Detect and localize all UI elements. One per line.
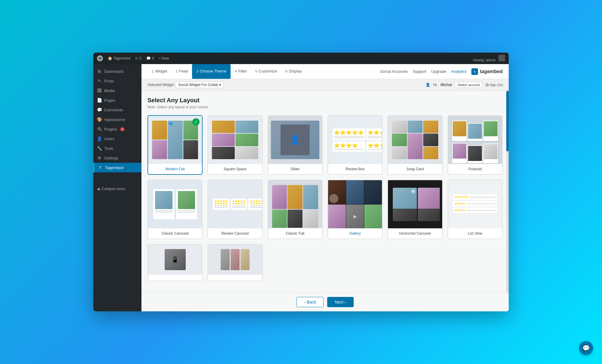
upgrade-link[interactable]: Upgrade [431, 69, 446, 74]
new-content-btn[interactable]: + New [159, 56, 169, 60]
sidebar-item-settings[interactable]: ⚙ Settings [93, 153, 141, 163]
layout14-label [208, 275, 262, 281]
plugins-badge: 1 [120, 127, 125, 131]
chat-button[interactable]: 💬 [579, 341, 593, 355]
classic-carousel-preview [148, 180, 202, 228]
gallery-preview: ▶ [328, 180, 382, 228]
nav-step-customize[interactable]: 5 Customize [251, 64, 281, 79]
nav-step-feed[interactable]: 2 Feed [172, 64, 192, 79]
layout-card-slider[interactable]: 👤 Slider [268, 115, 323, 175]
chat-icon: 💬 [582, 344, 590, 352]
layout-card-modern-fall[interactable]: ✓ Modern Fall [147, 115, 203, 175]
sidebar-item-comments[interactable]: 💬 Comments [93, 105, 141, 115]
scroll-indicator[interactable] [506, 91, 509, 292]
layout-card-horizontal-carousel[interactable]: ▶ Horizontal Carousel [387, 180, 442, 239]
sidebar-item-appearance[interactable]: 🎨 Appearance [93, 115, 141, 124]
square-space-preview [208, 116, 262, 164]
sidebar-item-plugins[interactable]: 🔌 Plugins 1 [93, 124, 141, 134]
appearance-icon: 🎨 [97, 117, 102, 122]
step4-num: 4 [235, 69, 237, 73]
layout-card-list-view[interactable]: ⭐⭐⭐⭐⭐ ⭐⭐⭐⭐ ⭐⭐⭐⭐ [448, 180, 503, 239]
next-button[interactable]: Next › [327, 297, 353, 307]
analytics-link[interactable]: Analytics [451, 69, 467, 74]
tagembed-logo: t tagembed [471, 68, 503, 75]
nav-step-display[interactable]: 6 Display [281, 64, 306, 79]
modern-fall-preview: ✓ [148, 116, 202, 164]
step6-label: Display [289, 69, 302, 73]
settings-icon: ⚙ [97, 156, 102, 160]
widget-dropdown-value: Social Widget For Collab [178, 83, 218, 87]
horizontal-carousel-label: Horizontal Carousel [388, 228, 442, 239]
comments-btn[interactable]: 💬 0 [146, 56, 154, 60]
layout-grid: ✓ Modern Fall [147, 115, 503, 281]
sidebar-item-users[interactable]: 👤 Users [93, 134, 141, 143]
layout-card-polaroid[interactable]: Polaroid [448, 115, 503, 175]
switch-account-button[interactable]: Switch account [455, 82, 483, 88]
step1-label: Widget [155, 69, 167, 73]
page-footer: ‹ Back Next › [141, 292, 509, 311]
step5-num: 5 [255, 69, 257, 73]
layout13-preview: 📱 [148, 245, 202, 275]
home-icon: 🏠 [108, 56, 112, 60]
sidebar-item-tools[interactable]: 🔧 Tools [93, 143, 141, 153]
polaroid-label: Polaroid [448, 164, 502, 174]
slider-label: Slider [268, 164, 322, 174]
step3-label: Choose Theme [200, 69, 226, 73]
pages-icon: 📄 [97, 98, 102, 103]
layout-card-classic-fall[interactable]: Classic Fall [268, 180, 323, 239]
layout-card-snap-card[interactable]: Snap Card [387, 115, 442, 175]
main-content: 1 Widget 2 Feed 3 Choose Theme 4 Filter … [141, 64, 509, 311]
layout14-preview [208, 245, 262, 275]
page-title: Select Any Layout [147, 97, 503, 104]
social-accounts-link[interactable]: Social Accounts [380, 69, 408, 74]
wp-logo-btn[interactable]: W [97, 55, 103, 61]
user-avatar-icon [498, 55, 505, 61]
layout-card-review-box[interactable]: ⭐⭐⭐⭐⭐ ⭐⭐⭐⭐⭐ ⭐⭐⭐⭐⭐ [327, 115, 383, 175]
media-icon: 🖼 [97, 88, 102, 93]
updates-icon: ↻ [135, 56, 138, 60]
layout13-label [148, 275, 202, 281]
nav-step-choose-theme[interactable]: 3 Choose Theme [192, 64, 231, 79]
widget-dropdown[interactable]: Social Widget For Collab ▾ [175, 82, 224, 88]
collapse-icon: ◀ [97, 187, 100, 191]
scroll-thumb [506, 91, 509, 151]
support-link[interactable]: Support [413, 69, 427, 74]
layout-card-14[interactable] [207, 244, 262, 281]
slider-preview: 👤 [268, 116, 322, 164]
sidebar-item-pages[interactable]: 📄 Pages [93, 95, 141, 105]
sidebar-item-tagembed[interactable]: T Tagembed [93, 163, 141, 172]
tagembed-nav-icon: T [98, 165, 103, 170]
sidebar-item-posts[interactable]: ✎ Posts [93, 76, 141, 86]
updates-btn[interactable]: ↻ 5 [135, 56, 141, 60]
nav-step-filter[interactable]: 4 Filter [231, 64, 251, 79]
layout-card-classic-carousel[interactable]: Classic Carousel [147, 180, 203, 239]
layout-card-gallery[interactable]: ▶ Gallery [327, 180, 383, 239]
layout-card-square-space[interactable]: Square Space [207, 115, 262, 175]
sidebar-item-media[interactable]: 🖼 Media [93, 86, 141, 95]
sub-header-right: 👤 Hi, Michal Switch account ⏻ Sign Out [426, 82, 503, 88]
review-box-label: Review Box [328, 164, 382, 174]
nav-right-links: Social Accounts Support Upgrade Analytic… [380, 68, 503, 75]
step3-num: 3 [196, 69, 198, 73]
page-content-area: Select Any Layout Note: Select any layou… [141, 91, 509, 292]
step6-num: 6 [286, 69, 287, 73]
user-greeting: Howdy, admin [473, 55, 505, 62]
nav-step-widget[interactable]: 1 Widget [147, 64, 172, 79]
gallery-label: Gallery [328, 228, 382, 239]
classic-fall-preview [268, 180, 322, 228]
snap-card-label: Snap Card [388, 164, 442, 174]
layout-card-13[interactable]: 📱 [147, 244, 203, 281]
step4-label: Filter [238, 69, 247, 73]
layout-card-review-carousel[interactable]: ⭐⭐⭐⭐⭐ ⭐⭐⭐⭐⭐ ⭐⭐⭐⭐⭐ ⭐⭐⭐⭐⭐ [207, 180, 262, 239]
classic-carousel-label: Classic Carousel [148, 228, 202, 239]
sub-header: Selected Widget Social Widget For Collab… [141, 79, 509, 91]
collapse-menu-btn[interactable]: ◀ Collapse menu [93, 184, 141, 193]
back-button[interactable]: ‹ Back [296, 297, 324, 307]
sign-out-button[interactable]: ⏻ Sign Out [486, 83, 503, 87]
sidebar-item-dashboard[interactable]: ⊞ Dashboard [93, 66, 141, 76]
tools-icon: 🔧 [97, 146, 102, 151]
site-name-btn[interactable]: 🏠 Tagembed [108, 56, 130, 60]
comments-icon: 💬 [146, 56, 151, 60]
hi-label: Hi, [433, 83, 438, 87]
list-view-preview: ⭐⭐⭐⭐⭐ ⭐⭐⭐⭐ ⭐⭐⭐⭐ [448, 180, 502, 228]
